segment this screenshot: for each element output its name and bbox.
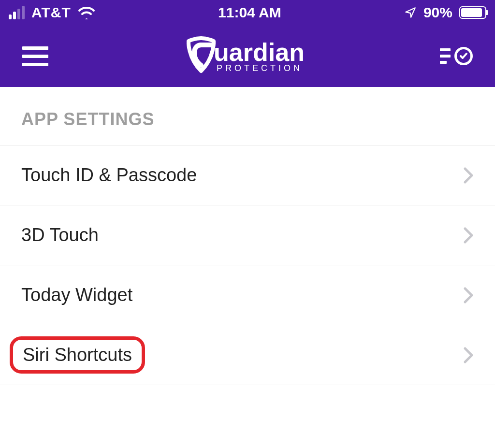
location-icon [404,6,417,19]
status-left: AT&T [9,4,95,21]
chevron-right-icon [463,347,474,364]
row-label-highlighted: Siri Shortcuts [10,336,145,374]
app-header: uardian PROTECTION [0,25,495,87]
status-bar: AT&T 11:04 AM 90% [0,0,495,25]
logo-main-text: uardian [214,40,305,65]
row-label: Touch ID & Passcode [21,165,197,186]
battery-percentage: 90% [423,4,452,21]
row-siri-shortcuts[interactable]: Siri Shortcuts [0,325,495,385]
section-title: APP SETTINGS [0,87,495,145]
app-logo: uardian PROTECTION [184,36,305,76]
tasks-button[interactable] [440,47,473,65]
status-right: 90% [404,4,486,21]
chevron-right-icon [463,287,474,304]
wifi-icon [78,6,95,19]
shield-icon [184,36,218,76]
list-lines-icon [440,48,451,64]
check-circle-icon [454,47,473,65]
signal-strength-icon [9,6,25,19]
battery-icon [459,6,486,19]
carrier-label: AT&T [31,4,71,21]
settings-content: APP SETTINGS Touch ID & Passcode 3D Touc… [0,87,495,385]
row-touch-id-passcode[interactable]: Touch ID & Passcode [0,145,495,205]
row-3d-touch[interactable]: 3D Touch [0,205,495,265]
row-label: 3D Touch [21,225,99,246]
chevron-right-icon [463,167,474,184]
row-today-widget[interactable]: Today Widget [0,265,495,325]
status-time: 11:04 AM [218,4,281,21]
hamburger-menu-button[interactable] [22,46,48,66]
battery-fill [461,8,482,17]
chevron-right-icon [463,227,474,244]
logo-sub-text: PROTECTION [217,64,303,72]
row-label: Today Widget [21,285,132,305]
